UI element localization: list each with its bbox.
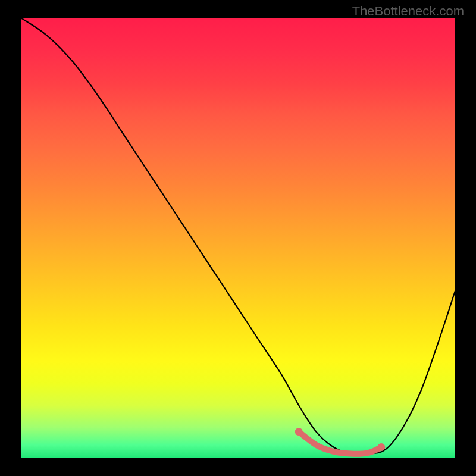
chart-container [21,18,455,458]
watermark-text: TheBottleneck.com [352,4,464,19]
chart-gradient-background [21,18,455,458]
